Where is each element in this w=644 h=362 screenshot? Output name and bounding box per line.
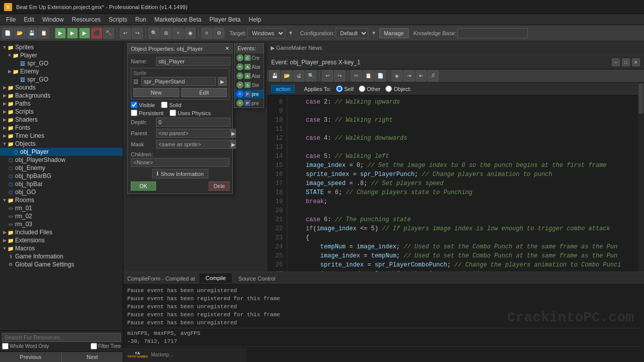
sidebar-item-obj-playershadow[interactable]: ⬡ obj_PlayerShadow [0, 156, 123, 164]
run-debug-button[interactable]: ▶ [67, 28, 78, 39]
previous-button[interactable]: Previous [0, 352, 62, 362]
uses-physics-check[interactable] [170, 110, 176, 116]
sidebar-item-rm01[interactable]: ▭ rm_01 [0, 204, 123, 212]
sidebar-item-macros[interactable]: ▼ 📁 Macros [0, 244, 123, 252]
undo-button[interactable]: ↩ [120, 28, 131, 39]
source-control-tab[interactable]: Source Control [232, 274, 282, 283]
sidebar-item-rm02[interactable]: ▭ rm_02 [0, 212, 123, 220]
add-press2-icon[interactable]: + [236, 100, 244, 107]
config-select[interactable]: Default [336, 28, 368, 38]
code-vertical-scrollbar[interactable] [638, 96, 644, 292]
code-content[interactable]: 89101112 1314151617 1819202122 232425262… [267, 96, 644, 300]
sidebar-item-objects[interactable]: ▼ 📁 Objects [0, 140, 123, 148]
run-quick-button[interactable]: ▶ [79, 28, 90, 39]
parent-browse-button[interactable]: ▶ [231, 129, 236, 138]
maximize-button[interactable]: □ [622, 58, 630, 66]
compile-tab[interactable]: Compile [199, 274, 232, 283]
solid-checkbox[interactable]: Solid [161, 102, 181, 108]
search-input[interactable] [2, 333, 121, 342]
depth-input[interactable] [156, 118, 230, 127]
code-cut-btn[interactable]: ✂ [351, 70, 362, 81]
name-input[interactable] [156, 57, 230, 66]
sprite-input[interactable] [141, 77, 216, 86]
sidebar-item-spr-go[interactable]: 🖼 spr_GO [0, 59, 123, 67]
menu-file[interactable]: File [2, 15, 20, 24]
grid-button[interactable]: ⊞ [160, 28, 172, 39]
self-radio-opt[interactable]: Self [336, 85, 354, 92]
menu-player-beta[interactable]: Player Beta [205, 15, 245, 24]
whole-word-checkbox[interactable]: Whole Word Only [2, 343, 49, 349]
menu-help[interactable]: Help [245, 15, 265, 24]
mask-browse-button[interactable]: ▶ [231, 140, 236, 149]
layout-button[interactable]: ≡ [201, 28, 212, 39]
sidebar-item-timelines[interactable]: ▶ 📁 Time Lines [0, 132, 123, 140]
mask-input[interactable] [156, 140, 231, 149]
save-button[interactable]: 💾 [26, 28, 37, 39]
sidebar-item-sprgo2[interactable]: 🖼 spr_GO [0, 75, 123, 83]
sidebar-item-game-info[interactable]: ℹ Game Information [0, 252, 123, 260]
sidebar-item-obj-go[interactable]: ⬡ obj_GO [0, 188, 123, 196]
sidebar-item-paths[interactable]: ▶ 📁 Paths [0, 100, 123, 108]
code-search-btn[interactable]: 🔍 [305, 70, 316, 81]
menu-run[interactable]: Run [131, 15, 150, 24]
visible-check[interactable] [131, 102, 137, 108]
menu-resources[interactable]: Resources [68, 15, 105, 24]
event-alarm2[interactable]: + A Alar [234, 71, 264, 80]
code-outdent-btn[interactable]: ⇤ [416, 70, 427, 81]
event-create[interactable]: + C Cre [234, 53, 264, 62]
code-indent-btn[interactable]: ⇥ [404, 70, 415, 81]
solid-check[interactable] [161, 102, 168, 108]
sidebar-item-global-settings[interactable]: ⚙ Global Game Settings [0, 260, 123, 268]
sidebar-item-obj-hpbar[interactable]: ⬡ obj_hpBar [0, 180, 123, 188]
other-radio[interactable] [359, 85, 365, 92]
sprite-browse-button[interactable]: ▶ [218, 77, 227, 86]
sidebar-item-player-folder[interactable]: ▼ 📁 Player [0, 51, 123, 59]
sidebar-item-obj-enemy[interactable]: ⬡ obj_Enemy [0, 164, 123, 172]
visible-checkbox[interactable]: Visible [131, 102, 155, 108]
object-radio[interactable] [385, 85, 392, 92]
code-print-btn[interactable]: 🖨 [293, 70, 304, 81]
sidebar-item-sprites[interactable]: ▼ 📁 Sprites [0, 43, 123, 51]
event-step[interactable]: + S Ste [234, 80, 264, 89]
vscroll-thumb[interactable] [638, 96, 643, 114]
run-button[interactable]: ▶ [55, 28, 66, 39]
target-select[interactable]: Windows [248, 28, 285, 38]
sidebar-item-shaders[interactable]: ▶ 📁 Shaders [0, 116, 123, 124]
event-press1[interactable]: + P pre [234, 89, 264, 99]
uses-physics-checkbox[interactable]: Uses Physics [170, 110, 211, 116]
add-alarm1-icon[interactable]: + [236, 63, 244, 70]
add-step-icon[interactable]: + [236, 81, 244, 88]
obj-props-close-icon[interactable]: ✕ [225, 45, 229, 52]
close-button[interactable]: ✕ [632, 58, 640, 66]
sidebar-item-backgrounds[interactable]: ▶ 📁 Backgrounds [0, 92, 123, 100]
show-info-button[interactable]: ℹ Show Information [152, 169, 208, 178]
menu-marketplace[interactable]: Marketplace Beta [150, 15, 205, 24]
manage-button[interactable]: Manage [379, 28, 409, 38]
filter-tree-checkbox[interactable]: Filter Tree [91, 343, 121, 349]
sidebar-item-extensions[interactable]: ▶ 📁 Extensions [0, 236, 123, 244]
sidebar-item-obj-hpbarbg[interactable]: ⬡ obj_hpBarBG [0, 172, 123, 180]
menu-edit[interactable]: Edit [20, 15, 38, 24]
next-button[interactable]: Next [62, 352, 123, 362]
sidebar-item-obj-player[interactable]: ⬡ obj_Player [0, 148, 123, 156]
persistent-check[interactable] [131, 110, 137, 116]
code-paste-btn[interactable]: 📄 [375, 70, 386, 81]
parent-input[interactable] [156, 129, 231, 138]
new-sprite-button[interactable]: New [133, 88, 179, 97]
code-open-btn[interactable]: 📂 [281, 70, 292, 81]
sidebar-item-rooms[interactable]: ▼ 📁 Rooms [0, 196, 123, 204]
marketplace-label[interactable]: Marketp... [151, 352, 173, 357]
object-radio-opt[interactable]: Object: [385, 85, 411, 92]
whole-word-check[interactable] [2, 343, 9, 349]
other-radio-opt[interactable]: Other [359, 85, 381, 92]
event-press2[interactable]: + P pre [234, 99, 264, 108]
sidebar-item-enemy-folder[interactable]: ▶ 📁 Enemy [0, 67, 123, 75]
obj-props-title-bar[interactable]: Object Properties: obj_Player ✕ [128, 44, 232, 54]
minimize-button[interactable]: ─ [612, 58, 620, 66]
zoom-in-button[interactable]: 🔍 [148, 28, 159, 39]
add-create-icon[interactable]: + [236, 54, 244, 61]
add-button[interactable]: + [173, 28, 184, 39]
persistent-checkbox[interactable]: Persistent [131, 110, 164, 116]
filter-tree-check[interactable] [91, 343, 97, 349]
compile-button[interactable]: 🔨 [103, 28, 114, 39]
